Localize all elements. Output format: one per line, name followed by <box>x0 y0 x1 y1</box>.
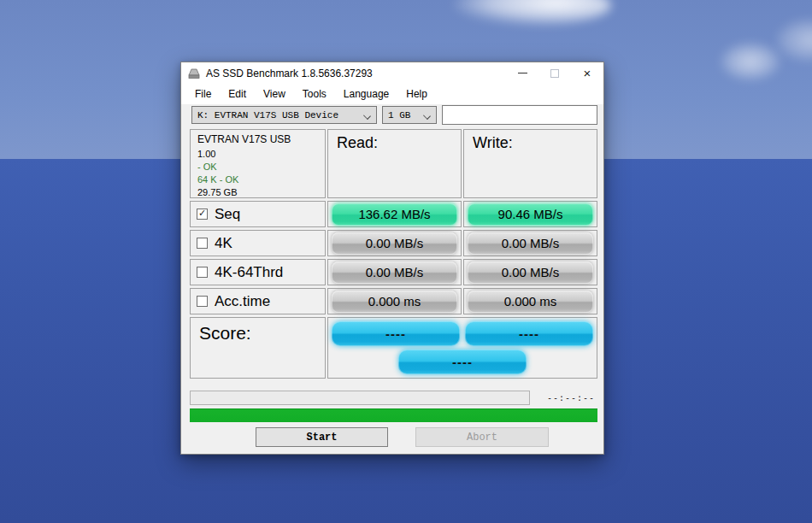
4k64-write-cell: 0.00 MB/s <box>463 259 597 285</box>
drive-select-value: K: EVTRAN V17S USB Device <box>197 110 338 120</box>
acctime-checkbox[interactable] <box>197 296 208 307</box>
menu-language[interactable]: Language <box>335 85 397 103</box>
acctime-write-value: 0.000 ms <box>468 291 593 313</box>
score-total-value: ---- <box>398 350 527 374</box>
4k-write-value: 0.00 MB/s <box>468 232 593 255</box>
chevron-down-icon <box>424 113 430 119</box>
elapsed-time: --:--:-- <box>544 393 598 403</box>
maximize-icon <box>550 69 559 78</box>
client-area: K: EVTRAN V17S USB Device 1 GB EVTRAN V1… <box>181 104 603 454</box>
drive-firmware: 1.00 <box>197 148 325 161</box>
menu-help[interactable]: Help <box>397 85 436 103</box>
drive-select[interactable]: K: EVTRAN V17S USB Device <box>191 106 377 124</box>
minimize-button[interactable] <box>506 62 538 84</box>
maximize-button[interactable] <box>538 62 571 84</box>
menu-edit[interactable]: Edit <box>220 85 255 103</box>
4k-checkbox[interactable] <box>197 238 208 249</box>
seq-write-value: 90.46 MB/s <box>468 203 593 226</box>
start-button[interactable]: Start <box>256 427 388 447</box>
4k-label: 4K <box>215 235 232 252</box>
window-title: AS SSD Benchmark 1.8.5636.37293 <box>206 68 373 79</box>
app-disk-icon <box>187 68 201 79</box>
minimize-icon <box>518 73 527 73</box>
title-bar[interactable]: AS SSD Benchmark 1.8.5636.37293 × <box>181 62 603 84</box>
driver-status: - OK <box>197 161 325 173</box>
test-size-value: 1 GB <box>388 110 410 120</box>
chevron-down-icon <box>364 113 370 119</box>
status-strip-green <box>190 408 597 422</box>
4k-read-value: 0.00 MB/s <box>332 232 457 255</box>
write-column-header: Write: <box>463 129 597 198</box>
abort-button[interactable]: Abort <box>415 427 549 447</box>
drive-capacity: 29.75 GB <box>197 186 325 199</box>
seq-read-cell: 136.62 MB/s <box>327 201 462 227</box>
acctime-read-cell: 0.000 ms <box>327 288 462 314</box>
4k-write-cell: 0.00 MB/s <box>463 230 597 256</box>
progress-bar <box>190 391 530 405</box>
score-values-panel: ---- ---- ---- <box>327 317 597 379</box>
seq-test-row[interactable]: Seq <box>190 201 326 227</box>
acctime-read-value: 0.000 ms <box>332 291 457 313</box>
app-window: AS SSD Benchmark 1.8.5636.37293 × File E… <box>180 62 604 455</box>
read-column-header: Read: <box>327 129 462 198</box>
seq-label: Seq <box>215 206 240 223</box>
acctime-test-row[interactable]: Acc.time <box>190 288 326 314</box>
acctime-write-cell: 0.000 ms <box>463 288 597 314</box>
seq-write-cell: 90.46 MB/s <box>463 201 597 227</box>
seq-read-value: 136.62 MB/s <box>332 203 457 226</box>
menu-view[interactable]: View <box>255 85 294 103</box>
4k-read-cell: 0.00 MB/s <box>327 230 462 256</box>
alignment-status: 64 K - OK <box>197 173 325 186</box>
4k64-read-value: 0.00 MB/s <box>332 262 457 284</box>
drive-info-panel: EVTRAN V17S USB 1.00 - OK 64 K - OK 29.7… <box>190 129 326 198</box>
close-icon: × <box>584 67 591 79</box>
menu-bar: File Edit View Tools Language Help <box>181 84 603 104</box>
score-read-value: ---- <box>332 321 460 346</box>
4k64-label: 4K-64Thrd <box>215 264 283 281</box>
score-label: Score: <box>190 317 326 379</box>
drive-name: EVTRAN V17S USB <box>197 133 325 145</box>
4k-test-row[interactable]: 4K <box>190 230 326 256</box>
cloud <box>721 43 780 80</box>
desktop-background: AS SSD Benchmark 1.8.5636.37293 × File E… <box>0 0 812 523</box>
menu-tools[interactable]: Tools <box>294 85 335 103</box>
4k64-checkbox[interactable] <box>197 267 208 278</box>
menu-file[interactable]: File <box>186 85 220 103</box>
4k64-write-value: 0.00 MB/s <box>468 262 593 284</box>
benchmark-table: EVTRAN V17S USB 1.00 - OK 64 K - OK 29.7… <box>190 129 597 379</box>
comment-input[interactable] <box>442 105 597 125</box>
4k64-read-cell: 0.00 MB/s <box>327 259 462 285</box>
seq-checkbox[interactable] <box>197 209 208 220</box>
test-size-select[interactable]: 1 GB <box>382 106 437 124</box>
acctime-label: Acc.time <box>215 293 270 310</box>
4k64-test-row[interactable]: 4K-64Thrd <box>190 259 326 285</box>
close-button[interactable]: × <box>571 62 603 84</box>
score-write-value: ---- <box>465 321 593 346</box>
